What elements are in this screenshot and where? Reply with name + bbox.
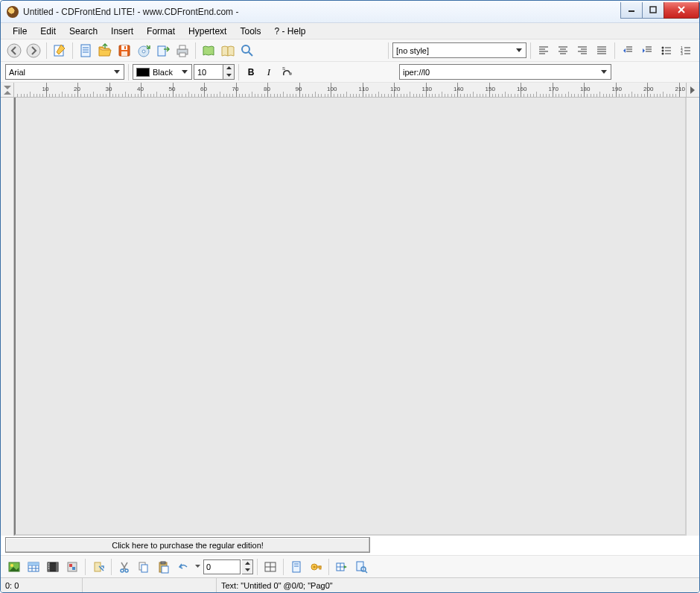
align-center-button[interactable]: [554, 42, 572, 60]
style-combo[interactable]: [no style]: [392, 42, 526, 58]
editor-canvas[interactable]: [14, 98, 687, 536]
spin-up-icon[interactable]: [223, 65, 234, 72]
cd-export-button[interactable]: [135, 42, 153, 60]
forward-button[interactable]: [25, 42, 42, 60]
page-find-button[interactable]: [352, 558, 370, 576]
align-right-button[interactable]: [573, 42, 591, 60]
book-open-button[interactable]: [219, 42, 237, 60]
bullet-list-button[interactable]: [658, 42, 675, 60]
menu-file[interactable]: File: [7, 25, 33, 38]
svg-rect-83: [159, 562, 167, 572]
svg-rect-86: [265, 562, 276, 571]
svg-line-78: [123, 562, 127, 570]
cut-button[interactable]: [115, 558, 133, 576]
separator: [46, 42, 47, 59]
svg-rect-6: [54, 45, 63, 56]
vertical-ruler[interactable]: [1, 98, 14, 536]
font-color-combo[interactable]: Black: [133, 64, 192, 80]
insert-media-button[interactable]: [44, 558, 62, 576]
svg-point-71: [48, 565, 49, 566]
search-button[interactable]: [238, 42, 256, 60]
paste-special-button[interactable]: [89, 558, 107, 576]
counter-spinner[interactable]: [242, 559, 253, 574]
insert-object-button[interactable]: [63, 558, 81, 576]
svg-rect-19: [179, 45, 185, 49]
align-justify-button[interactable]: [593, 42, 611, 60]
menu-hypertext[interactable]: Hypertext: [182, 25, 232, 38]
menu-tools[interactable]: Tools: [234, 25, 267, 38]
svg-point-46: [662, 49, 664, 51]
menu-help[interactable]: ? - Help: [268, 25, 311, 38]
menu-search[interactable]: Search: [63, 25, 104, 38]
svg-text:3: 3: [681, 51, 683, 56]
undo-dropdown[interactable]: [193, 558, 202, 576]
font-size-combo[interactable]: 10: [194, 64, 223, 80]
book-green-button[interactable]: [200, 42, 217, 60]
menu-format[interactable]: Format: [141, 25, 181, 38]
style-picker-button[interactable]: S: [279, 63, 296, 81]
copy-button[interactable]: [135, 558, 153, 576]
save-button[interactable]: [115, 42, 133, 60]
page-properties-button[interactable]: [287, 558, 305, 576]
font-color-value: Black: [153, 68, 173, 77]
security-button[interactable]: [307, 558, 325, 576]
maximize-button[interactable]: [642, 2, 664, 19]
export-button[interactable]: [154, 42, 172, 60]
counter-field[interactable]: 0: [203, 559, 241, 574]
indent-button[interactable]: [638, 42, 656, 60]
table-right-button[interactable]: [333, 558, 351, 576]
vertical-scrollbar[interactable]: [687, 98, 699, 536]
svg-rect-68: [48, 562, 50, 571]
spin-down-icon[interactable]: [223, 72, 234, 80]
insert-image-button[interactable]: [5, 558, 23, 576]
font-family-value: Arial: [9, 68, 25, 77]
app-icon: [7, 6, 19, 18]
font-size-value: 10: [197, 68, 206, 77]
menu-insert[interactable]: Insert: [105, 25, 139, 38]
minimize-button[interactable]: [620, 2, 643, 19]
svg-rect-76: [95, 562, 101, 571]
separator: [530, 42, 531, 59]
paste-button[interactable]: [154, 558, 172, 576]
svg-rect-14: [124, 46, 126, 49]
new-button[interactable]: [77, 42, 95, 60]
svg-rect-66: [28, 562, 39, 565]
svg-point-5: [27, 44, 40, 57]
font-size-spinner[interactable]: [223, 64, 235, 80]
insert-table-button[interactable]: [25, 558, 42, 576]
svg-rect-11: [119, 45, 130, 56]
edit-page-button[interactable]: [51, 42, 69, 60]
dropdown-arrow-icon: [513, 43, 524, 57]
spin-up-icon[interactable]: [242, 560, 252, 567]
separator: [85, 559, 86, 575]
ruler-tab-selector[interactable]: [1, 83, 14, 97]
back-button[interactable]: [5, 42, 23, 60]
print-button[interactable]: [174, 42, 191, 60]
bold-button[interactable]: B: [243, 63, 259, 81]
svg-line-22: [249, 52, 252, 56]
horizontal-ruler[interactable]: 1020304050607080901001101201301401501601…: [14, 83, 686, 97]
open-button[interactable]: [96, 42, 114, 60]
purchase-button[interactable]: Click here to purchase the regular editi…: [5, 537, 370, 553]
undo-button[interactable]: [174, 558, 191, 576]
svg-point-60: [10, 564, 13, 567]
url-combo[interactable]: iper://l0: [399, 64, 611, 80]
font-family-combo[interactable]: Arial: [5, 64, 124, 80]
ruler-scroll-right[interactable]: [686, 83, 699, 97]
svg-line-101: [365, 571, 367, 573]
svg-point-57: [289, 72, 292, 75]
svg-point-79: [121, 569, 124, 572]
svg-rect-89: [293, 562, 300, 572]
svg-point-47: [662, 52, 664, 54]
svg-rect-13: [121, 51, 127, 56]
close-button[interactable]: [664, 2, 699, 19]
separator: [195, 42, 196, 59]
layout-grid-button[interactable]: [261, 558, 279, 576]
outdent-button[interactable]: [619, 42, 637, 60]
number-list-button[interactable]: 123: [677, 42, 695, 60]
spin-down-icon[interactable]: [242, 567, 252, 574]
align-left-button[interactable]: [535, 42, 553, 60]
menu-edit[interactable]: Edit: [34, 25, 62, 38]
italic-button[interactable]: I: [261, 63, 277, 81]
svg-rect-61: [28, 562, 39, 571]
